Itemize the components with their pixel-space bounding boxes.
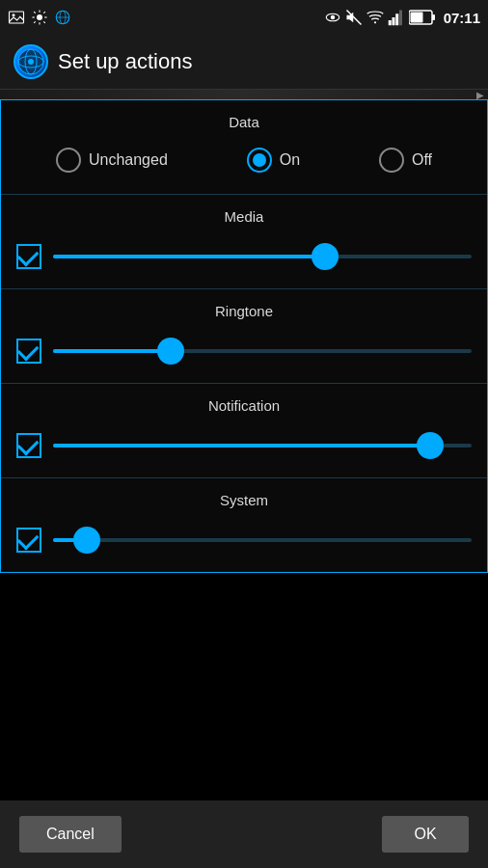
svg-line-10 [43, 12, 45, 14]
media-checkbox[interactable] [16, 244, 41, 269]
system-section: System [1, 478, 487, 572]
app-logo [14, 44, 48, 79]
notification-checkbox[interactable] [16, 433, 41, 458]
media-slider-row [16, 238, 472, 275]
ringtone-section: Ringtone [1, 289, 487, 384]
page-title: Set up actions [58, 49, 192, 74]
ok-button[interactable]: OK [382, 816, 469, 853]
gallery-icon [8, 9, 25, 26]
ringtone-checkbox[interactable] [16, 339, 41, 364]
ringtone-slider-thumb[interactable] [157, 338, 184, 365]
svg-line-7 [34, 12, 36, 14]
radio-off-label: Off [412, 151, 432, 169]
svg-point-1 [13, 14, 15, 16]
notification-slider-thumb[interactable] [417, 432, 444, 459]
main-content: Data Unchanged On Off Media [0, 99, 488, 573]
scroll-arrow-icon: ▶ [476, 90, 484, 100]
notification-slider-track[interactable] [53, 444, 472, 448]
svg-rect-20 [395, 14, 398, 25]
ringtone-slider-row [16, 333, 472, 369]
media-slider-thumb[interactable] [312, 243, 339, 270]
radio-on-label: On [280, 151, 300, 169]
radio-unchanged[interactable]: Unchanged [56, 148, 168, 173]
media-section-title: Media [16, 208, 472, 225]
svg-line-8 [43, 21, 45, 23]
svg-rect-18 [388, 20, 391, 25]
system-slider-row [16, 522, 472, 558]
ringtone-slider-track[interactable] [53, 349, 472, 353]
system-slider-thumb[interactable] [73, 527, 100, 554]
system-checkbox[interactable] [16, 528, 41, 553]
svg-rect-19 [392, 17, 394, 25]
svg-rect-23 [432, 14, 435, 20]
app-header: Set up actions [0, 35, 488, 90]
svg-line-9 [34, 21, 36, 23]
media-slider-fill [53, 255, 325, 258]
system-slider-track[interactable] [53, 538, 472, 542]
earth-icon [54, 9, 71, 26]
data-section: Data Unchanged On Off [1, 100, 487, 195]
data-radio-row: Unchanged On Off [16, 144, 472, 180]
notification-slider-row [16, 427, 472, 464]
ringtone-section-title: Ringtone [16, 303, 472, 319]
wifi-icon [366, 9, 384, 26]
radio-on-circle[interactable] [247, 148, 272, 173]
mute-icon [345, 9, 363, 26]
notification-slider-fill [53, 444, 430, 448]
svg-rect-21 [399, 11, 402, 26]
scroll-hint: ▶ [0, 90, 488, 99]
svg-point-17 [374, 21, 376, 23]
svg-point-15 [330, 15, 335, 20]
notification-section-title: Notification [16, 397, 472, 414]
ringtone-slider-fill [53, 349, 171, 353]
eye-icon [324, 9, 341, 26]
radio-unchanged-label: Unchanged [89, 151, 168, 169]
status-time: 07:11 [444, 10, 480, 26]
media-section: Media [1, 195, 487, 289]
status-bar: 07:11 [0, 0, 488, 35]
notification-section: Notification [1, 384, 487, 478]
radio-off[interactable]: Off [379, 148, 432, 173]
radio-unchanged-circle[interactable] [56, 148, 81, 173]
svg-rect-24 [410, 13, 422, 23]
signal-icon [388, 9, 405, 26]
svg-point-2 [37, 14, 42, 20]
svg-point-28 [28, 59, 34, 65]
radio-on[interactable]: On [247, 148, 300, 173]
media-slider-track[interactable] [53, 255, 472, 258]
system-section-title: System [16, 492, 472, 508]
radio-off-circle[interactable] [379, 148, 404, 173]
status-left-icons [8, 9, 71, 26]
data-section-title: Data [16, 114, 472, 130]
brightness-icon [31, 9, 48, 26]
battery-icon [409, 9, 436, 26]
cancel-button[interactable]: Cancel [19, 816, 122, 853]
bottom-bar: Cancel OK [0, 800, 488, 868]
status-right-icons: 07:11 [324, 9, 480, 26]
